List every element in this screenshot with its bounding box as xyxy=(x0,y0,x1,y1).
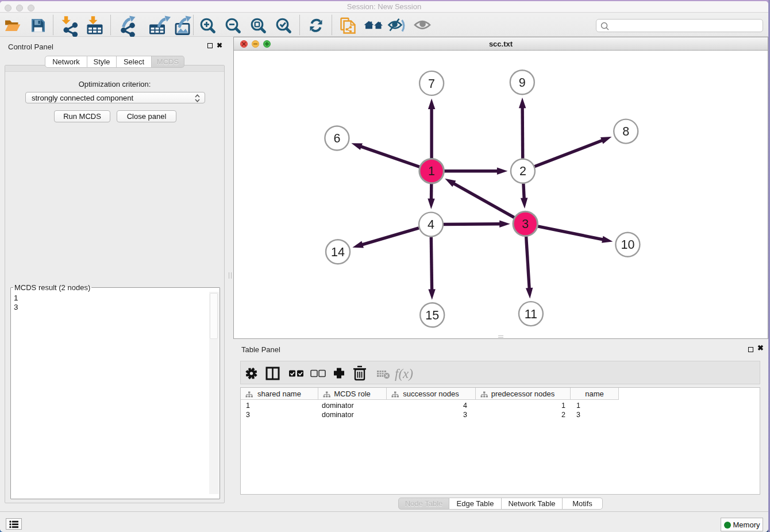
svg-text:3: 3 xyxy=(522,217,529,231)
svg-text:9: 9 xyxy=(519,76,526,90)
svg-text:14: 14 xyxy=(331,245,345,259)
svg-text:2: 2 xyxy=(519,164,526,178)
svg-text:f(x): f(x) xyxy=(395,367,413,381)
svg-text:11: 11 xyxy=(525,307,537,321)
svg-text:8: 8 xyxy=(622,125,629,138)
svg-text:6: 6 xyxy=(333,132,340,145)
svg-text:15: 15 xyxy=(425,309,439,322)
svg-text:1: 1 xyxy=(428,164,435,178)
svg-text:4: 4 xyxy=(428,218,434,232)
svg-text:7: 7 xyxy=(428,77,435,91)
svg-text:10: 10 xyxy=(621,238,634,252)
